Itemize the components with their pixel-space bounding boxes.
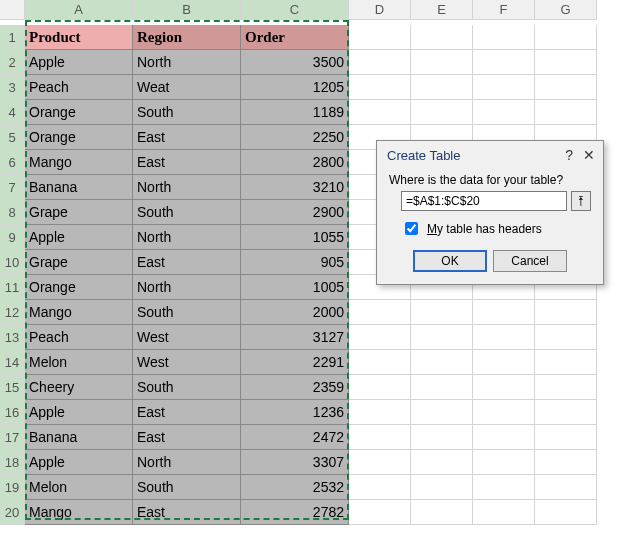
empty-cell[interactable] xyxy=(535,475,597,500)
empty-cell[interactable] xyxy=(411,475,473,500)
data-cell[interactable]: Weat xyxy=(133,75,241,100)
data-cell[interactable]: West xyxy=(133,350,241,375)
data-cell[interactable]: Cheery xyxy=(25,375,133,400)
empty-cell[interactable] xyxy=(535,25,597,50)
empty-cell[interactable] xyxy=(473,475,535,500)
data-cell[interactable]: 3500 xyxy=(241,50,349,75)
data-cell[interactable]: East xyxy=(133,250,241,275)
data-cell[interactable]: Melon xyxy=(25,475,133,500)
data-cell[interactable]: Orange xyxy=(25,275,133,300)
empty-cell[interactable] xyxy=(535,75,597,100)
data-cell[interactable]: Banana xyxy=(25,425,133,450)
data-cell[interactable]: East xyxy=(133,400,241,425)
row-header-16[interactable]: 16 xyxy=(0,400,25,425)
data-cell[interactable]: Mango xyxy=(25,300,133,325)
empty-cell[interactable] xyxy=(349,325,411,350)
data-cell[interactable]: Peach xyxy=(25,75,133,100)
data-cell[interactable]: East xyxy=(133,150,241,175)
cancel-button[interactable]: Cancel xyxy=(493,250,567,272)
data-cell[interactable]: South xyxy=(133,200,241,225)
data-cell[interactable]: South xyxy=(133,100,241,125)
empty-cell[interactable] xyxy=(349,100,411,125)
empty-cell[interactable] xyxy=(473,350,535,375)
empty-cell[interactable] xyxy=(535,100,597,125)
data-cell[interactable]: Mango xyxy=(25,500,133,525)
data-cell[interactable]: Apple xyxy=(25,400,133,425)
empty-cell[interactable] xyxy=(535,375,597,400)
data-cell[interactable]: East xyxy=(133,425,241,450)
ok-button[interactable]: OK xyxy=(413,250,487,272)
empty-cell[interactable] xyxy=(411,375,473,400)
data-cell[interactable]: 3127 xyxy=(241,325,349,350)
select-all-corner[interactable] xyxy=(0,0,25,20)
data-cell[interactable]: 2800 xyxy=(241,150,349,175)
empty-cell[interactable] xyxy=(411,100,473,125)
row-header-9[interactable]: 9 xyxy=(0,225,25,250)
row-header-3[interactable]: 3 xyxy=(0,75,25,100)
row-header-20[interactable]: 20 xyxy=(0,500,25,525)
data-cell[interactable]: Peach xyxy=(25,325,133,350)
data-cell[interactable]: 1189 xyxy=(241,100,349,125)
column-header-B[interactable]: B xyxy=(133,0,241,20)
data-cell[interactable]: East xyxy=(133,500,241,525)
data-cell[interactable]: 1236 xyxy=(241,400,349,425)
headers-checkbox[interactable] xyxy=(405,222,418,235)
row-header-14[interactable]: 14 xyxy=(0,350,25,375)
empty-cell[interactable] xyxy=(349,350,411,375)
empty-cell[interactable] xyxy=(473,300,535,325)
empty-cell[interactable] xyxy=(411,325,473,350)
data-cell[interactable]: 1055 xyxy=(241,225,349,250)
empty-cell[interactable] xyxy=(349,75,411,100)
data-cell[interactable]: Banana xyxy=(25,175,133,200)
data-cell[interactable]: 2532 xyxy=(241,475,349,500)
data-cell[interactable]: 2000 xyxy=(241,300,349,325)
column-header-F[interactable]: F xyxy=(473,0,535,20)
empty-cell[interactable] xyxy=(349,400,411,425)
header-cell[interactable]: Order xyxy=(241,25,349,50)
data-cell[interactable]: 2782 xyxy=(241,500,349,525)
row-header-2[interactable]: 2 xyxy=(0,50,25,75)
empty-cell[interactable] xyxy=(411,500,473,525)
data-cell[interactable]: North xyxy=(133,450,241,475)
data-cell[interactable]: South xyxy=(133,375,241,400)
data-cell[interactable]: 905 xyxy=(241,250,349,275)
column-header-G[interactable]: G xyxy=(535,0,597,20)
empty-cell[interactable] xyxy=(349,475,411,500)
data-cell[interactable]: 2472 xyxy=(241,425,349,450)
empty-cell[interactable] xyxy=(473,100,535,125)
empty-cell[interactable] xyxy=(473,500,535,525)
empty-cell[interactable] xyxy=(535,425,597,450)
close-icon[interactable]: ✕ xyxy=(583,147,595,163)
range-input[interactable] xyxy=(401,191,567,211)
empty-cell[interactable] xyxy=(349,25,411,50)
data-cell[interactable]: Grape xyxy=(25,200,133,225)
empty-cell[interactable] xyxy=(411,75,473,100)
header-cell[interactable]: Region xyxy=(133,25,241,50)
row-header-4[interactable]: 4 xyxy=(0,100,25,125)
row-header-6[interactable]: 6 xyxy=(0,150,25,175)
empty-cell[interactable] xyxy=(411,300,473,325)
empty-cell[interactable] xyxy=(473,450,535,475)
data-cell[interactable]: 2291 xyxy=(241,350,349,375)
empty-cell[interactable] xyxy=(473,425,535,450)
data-cell[interactable]: 2900 xyxy=(241,200,349,225)
data-cell[interactable]: North xyxy=(133,225,241,250)
data-cell[interactable]: 2359 xyxy=(241,375,349,400)
column-header-C[interactable]: C xyxy=(241,0,349,20)
row-header-19[interactable]: 19 xyxy=(0,475,25,500)
empty-cell[interactable] xyxy=(349,50,411,75)
data-cell[interactable]: Orange xyxy=(25,125,133,150)
empty-cell[interactable] xyxy=(411,350,473,375)
empty-cell[interactable] xyxy=(349,375,411,400)
empty-cell[interactable] xyxy=(349,500,411,525)
empty-cell[interactable] xyxy=(535,50,597,75)
row-header-18[interactable]: 18 xyxy=(0,450,25,475)
data-cell[interactable]: 3307 xyxy=(241,450,349,475)
empty-cell[interactable] xyxy=(535,325,597,350)
data-cell[interactable]: Apple xyxy=(25,50,133,75)
empty-cell[interactable] xyxy=(473,375,535,400)
empty-cell[interactable] xyxy=(473,25,535,50)
empty-cell[interactable] xyxy=(473,325,535,350)
empty-cell[interactable] xyxy=(535,500,597,525)
row-header-5[interactable]: 5 xyxy=(0,125,25,150)
